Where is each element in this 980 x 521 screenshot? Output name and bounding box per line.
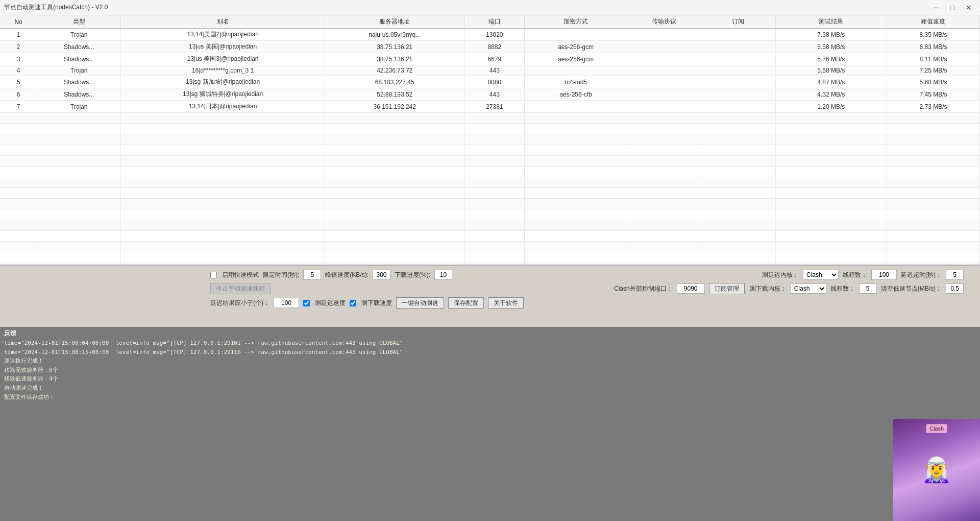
table-row[interactable]: 4Trojan16|d*********g.com_3 142.236.73.7… bbox=[0, 65, 980, 76]
cell-alias: 16|d*********g.com_3 1 bbox=[121, 65, 325, 76]
cell-result: 1.20 MB/s bbox=[775, 101, 887, 113]
cell-type: Shadows... bbox=[37, 76, 121, 88]
download-thread-label: 线程数： bbox=[830, 285, 855, 293]
table-row-empty bbox=[0, 199, 980, 209]
result-filter-label: 延迟结果应小于(个)： bbox=[210, 299, 270, 307]
cell-sub bbox=[701, 41, 776, 53]
table-row-empty bbox=[0, 188, 980, 199]
test-download-checkbox[interactable] bbox=[350, 300, 356, 306]
minimize-button[interactable]: ─ bbox=[929, 3, 943, 13]
clear-slow-label: 清空低速节点(MB/s)： bbox=[881, 285, 942, 293]
latency-engine-select[interactable]: ClashV2RayCustom bbox=[803, 270, 839, 280]
cell-peak: 7.45 MB/s bbox=[887, 88, 979, 101]
cell-encrypt: aes-256-cfb bbox=[525, 88, 627, 101]
cell-no: 1 bbox=[0, 29, 37, 41]
cell-alias: 13|sg 狮城特弄|@ripaojiedian bbox=[121, 88, 325, 101]
time-limit-input[interactable] bbox=[303, 270, 321, 280]
col-header-encrypt: 加密方式 bbox=[525, 15, 627, 29]
cell-sub bbox=[701, 88, 776, 101]
cell-encrypt: rc4-md5 bbox=[525, 76, 627, 88]
table-row-empty bbox=[0, 231, 980, 242]
cell-no: 3 bbox=[0, 53, 37, 65]
col-header-port: 端口 bbox=[464, 15, 525, 29]
cell-result: 4.32 MB/s bbox=[775, 88, 887, 101]
latency-thread-input[interactable] bbox=[871, 270, 897, 280]
fast-mode-checkbox[interactable] bbox=[210, 272, 217, 278]
clash-port-input[interactable] bbox=[677, 283, 705, 294]
cell-protocol bbox=[627, 88, 701, 101]
feedback-title: 反馈 bbox=[4, 329, 976, 338]
latency-timeout-input[interactable] bbox=[946, 270, 964, 280]
app-title: 节点自动测速工具(nodesCatch) - V2.0 bbox=[4, 3, 108, 12]
feedback-area: 反馈 time="2024-12-01T15:08:04+08:00" leve… bbox=[0, 327, 980, 521]
cell-server: 36.151.192.242 bbox=[325, 101, 464, 113]
nodes-table: No 类型 别名 服务器地址 端口 加密方式 传输协议 订阅 测试结果 峰值速度… bbox=[0, 15, 980, 266]
download-progress-label: 下载进度(%): bbox=[395, 271, 430, 279]
table-row[interactable]: 2Shadows...13|us 美国|@ripaojiedian38.75.1… bbox=[0, 41, 980, 53]
table-row-empty bbox=[0, 242, 980, 252]
cell-no: 5 bbox=[0, 76, 37, 88]
table-row[interactable]: 1Trojan13,14|美国2|@ripaojiediannaiu-us.05… bbox=[0, 29, 980, 41]
sub-manage-button[interactable]: 订阅管理 bbox=[709, 283, 745, 294]
table-row-empty bbox=[0, 167, 980, 177]
cell-no: 6 bbox=[0, 88, 37, 101]
cell-peak: 8.11 MB/s bbox=[887, 53, 979, 65]
clear-slow-input[interactable] bbox=[946, 283, 964, 294]
cell-result: 5.58 MB/s bbox=[775, 65, 887, 76]
cell-no: 2 bbox=[0, 41, 37, 53]
col-header-alias: 别名 bbox=[121, 15, 325, 29]
table-row[interactable]: 3Shadows...13|us 美国3|@ripaojiedian38.75.… bbox=[0, 53, 980, 65]
col-header-no: No bbox=[0, 15, 37, 29]
cell-no: 7 bbox=[0, 101, 37, 113]
cell-peak: 8.35 MB/s bbox=[887, 29, 979, 41]
cell-result: 4.87 MB/s bbox=[775, 76, 887, 88]
table-row[interactable]: 6Shadows...13|sg 狮城特弄|@ripaojiedian52.88… bbox=[0, 88, 980, 101]
download-engine-label: 测下载内核： bbox=[750, 285, 787, 293]
save-config-button[interactable]: 保存配置 bbox=[448, 297, 484, 309]
result-filter-input[interactable] bbox=[274, 298, 299, 308]
cell-protocol bbox=[627, 29, 701, 41]
control-row-1: 启用快速模式 限定时间(秒): 峰值速度(KB/s): 下载进度(%): 测延迟… bbox=[6, 270, 974, 280]
download-progress-input[interactable] bbox=[434, 270, 452, 280]
cell-sub bbox=[701, 29, 776, 41]
download-thread-input[interactable] bbox=[859, 283, 877, 294]
cell-port: 6679 bbox=[464, 53, 525, 65]
close-button[interactable]: ✕ bbox=[962, 3, 976, 13]
auto-test-button[interactable]: 一键自动测速 bbox=[396, 297, 444, 309]
cell-encrypt bbox=[525, 29, 627, 41]
cell-port: 443 bbox=[464, 65, 525, 76]
cell-sub bbox=[701, 53, 776, 65]
cell-protocol bbox=[627, 76, 701, 88]
test-download-label: 测下载速度 bbox=[361, 299, 392, 307]
clash-badge: Clash bbox=[926, 424, 947, 433]
table-row[interactable]: 7Trojan13,14|日本|@ripaojiedian36.151.192.… bbox=[0, 101, 980, 113]
col-header-server: 服务器地址 bbox=[325, 15, 464, 29]
cell-sub bbox=[701, 65, 776, 76]
download-engine-select[interactable]: ClashV2RayCustom bbox=[791, 283, 826, 294]
peak-speed-input[interactable] bbox=[373, 270, 390, 280]
fast-mode-label: 启用快速模式 bbox=[222, 271, 259, 279]
cell-protocol bbox=[627, 41, 701, 53]
cell-alias: 13|us 美国|@ripaojiedian bbox=[121, 41, 325, 53]
table-row-empty bbox=[0, 156, 980, 167]
col-header-result: 测试结果 bbox=[775, 15, 887, 29]
test-latency-checkbox[interactable] bbox=[303, 300, 310, 306]
table-row[interactable]: 5Shadows...13|sg 新加坡|@ripaojiedian68.183… bbox=[0, 76, 980, 88]
cell-type: Trojan bbox=[37, 29, 121, 41]
clash-port-label: Clash外部控制端口： bbox=[614, 285, 673, 293]
table-row-empty bbox=[0, 209, 980, 220]
peak-speed-label: 峰值速度(KB/s): bbox=[325, 271, 369, 279]
stop-button[interactable]: 停止手动测速线程 bbox=[210, 283, 271, 294]
cell-protocol bbox=[627, 65, 701, 76]
cell-protocol bbox=[627, 101, 701, 113]
restore-button[interactable]: □ bbox=[945, 3, 960, 13]
cell-peak: 6.83 MB/s bbox=[887, 41, 979, 53]
cell-sub bbox=[701, 101, 776, 113]
cell-alias: 13|us 美国3|@ripaojiedian bbox=[121, 53, 325, 65]
cell-alias: 13|sg 新加坡|@ripaojiedian bbox=[121, 76, 325, 88]
cell-peak: 2.73 MB/s bbox=[887, 101, 979, 113]
cell-server: naiu-us.05vr9nyq... bbox=[325, 29, 464, 41]
table-row-empty bbox=[0, 113, 980, 124]
col-header-peak: 峰值速度 bbox=[887, 15, 979, 29]
about-button[interactable]: 关于软件 bbox=[488, 297, 524, 309]
